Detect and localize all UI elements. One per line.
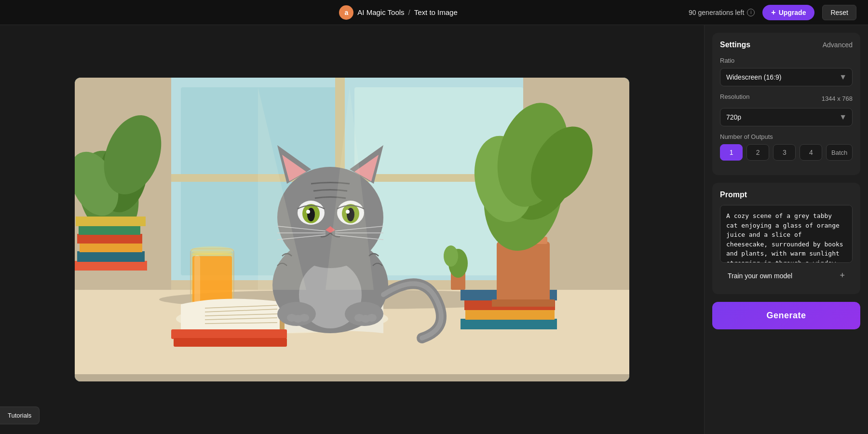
resolution-select-wrapper: 720p1080p4K ▼ <box>720 108 853 126</box>
ratio-select-wrapper: Widescreen (16:9)Square (1:1)Portrait (9… <box>720 68 853 86</box>
svg-point-28 <box>190 246 234 254</box>
svg-rect-26 <box>194 255 200 303</box>
header: a AI Magic Tools / Text to Image 90 gene… <box>0 0 868 25</box>
resolution-label-row: Resolution 1344 x 768 <box>720 93 853 104</box>
generated-image-container <box>75 78 629 381</box>
train-model-label: Train your own model <box>728 272 792 280</box>
main-content: Settings Advanced Ratio Widescreen (16:9… <box>0 25 868 434</box>
breadcrumb-separator: / <box>408 8 410 16</box>
svg-rect-44 <box>465 309 555 320</box>
breadcrumb: AI Magic Tools / Text to Image <box>357 8 457 16</box>
avatar: a <box>339 5 353 20</box>
svg-point-64 <box>306 210 310 214</box>
header-center: a AI Magic Tools / Text to Image <box>339 5 457 20</box>
prompt-textarea[interactable] <box>720 205 853 263</box>
output-btn-2[interactable]: 2 <box>746 144 769 161</box>
svg-rect-21 <box>79 225 140 235</box>
svg-point-57 <box>444 245 458 267</box>
ratio-label: Ratio <box>720 57 853 64</box>
upgrade-label: Upgrade <box>779 9 806 16</box>
sidebar: Settings Advanced Ratio Widescreen (16:9… <box>704 25 868 434</box>
svg-rect-48 <box>492 299 555 307</box>
output-btn-4[interactable]: 4 <box>800 144 822 161</box>
breadcrumb-parent: AI Magic Tools <box>357 8 404 16</box>
settings-title: Settings <box>720 41 750 49</box>
output-btn-1[interactable]: 1 <box>720 144 743 161</box>
advanced-link[interactable]: Advanced <box>823 41 853 49</box>
generations-left-container: 90 generations left i <box>689 9 755 16</box>
cat-illustration <box>75 78 629 381</box>
resolution-select[interactable]: 720p1080p4K <box>720 108 853 126</box>
upgrade-plus-icon: + <box>771 8 775 17</box>
breadcrumb-current: Text to Image <box>414 8 458 16</box>
svg-rect-47 <box>497 242 550 304</box>
svg-point-79 <box>299 314 309 322</box>
train-model-plus-icon: + <box>840 271 845 281</box>
image-area <box>0 25 704 434</box>
svg-rect-22 <box>76 217 146 226</box>
prompt-title: Prompt <box>720 190 853 199</box>
svg-rect-42 <box>174 338 287 347</box>
settings-header: Settings Advanced <box>720 41 853 49</box>
train-model-button[interactable]: Train your own model + <box>720 265 853 286</box>
ratio-setting: Ratio Widescreen (16:9)Square (1:1)Portr… <box>720 57 853 86</box>
output-btn-batch[interactable]: Batch <box>826 144 853 161</box>
outputs-grid: 1 2 3 4 Batch <box>720 144 853 161</box>
svg-rect-41 <box>171 329 287 339</box>
svg-rect-83 <box>75 374 629 381</box>
ratio-select[interactable]: Widescreen (16:9)Square (1:1)Portrait (9… <box>720 68 853 86</box>
output-btn-3[interactable]: 3 <box>773 144 796 161</box>
generate-button[interactable]: Generate <box>712 302 860 329</box>
svg-point-82 <box>367 314 377 322</box>
header-right: 90 generations left i + Upgrade Reset <box>689 5 856 20</box>
resolution-label: Resolution <box>720 93 749 100</box>
settings-panel: Settings Advanced Ratio Widescreen (16:9… <box>712 33 860 175</box>
outputs-label: Number of Outputs <box>720 133 853 140</box>
svg-rect-19 <box>80 243 142 252</box>
outputs-setting: Number of Outputs 1 2 3 4 Batch <box>720 133 853 161</box>
svg-rect-20 <box>77 234 142 244</box>
upgrade-button[interactable]: + Upgrade <box>762 5 814 20</box>
prompt-panel: Prompt Train your own model + <box>712 183 860 294</box>
svg-rect-18 <box>77 251 145 262</box>
resolution-value: 1344 x 768 <box>822 95 853 102</box>
svg-rect-17 <box>75 261 147 271</box>
info-icon[interactable]: i <box>747 9 755 16</box>
reset-button[interactable]: Reset <box>822 5 856 20</box>
svg-rect-43 <box>461 319 557 329</box>
tutorials-tab[interactable]: Tutorials <box>0 407 40 424</box>
resolution-setting: Resolution 1344 x 768 720p1080p4K ▼ <box>720 93 853 126</box>
generations-left-text: 90 generations left <box>689 9 744 16</box>
